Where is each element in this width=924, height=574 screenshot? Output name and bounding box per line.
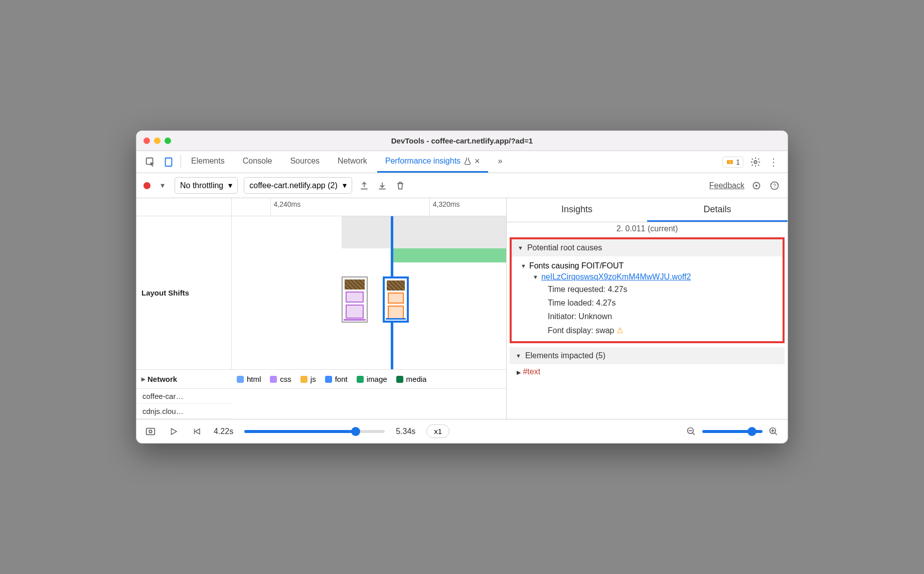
playback-end: 5.34s bbox=[396, 427, 415, 436]
legend-html: html bbox=[237, 375, 261, 383]
row-label: Layout Shifts bbox=[136, 216, 232, 369]
recording-value: coffee-cart.netlify.app (2) bbox=[249, 181, 338, 190]
window-title: DevTools - coffee-cart.netlify.app/?ad=1 bbox=[136, 136, 788, 145]
timeline-body[interactable] bbox=[232, 216, 506, 369]
svg-text:?: ? bbox=[773, 183, 776, 189]
preview-toggle-icon[interactable] bbox=[144, 425, 157, 438]
context-line: 2. 0.011 (current) bbox=[507, 222, 788, 235]
close-tab-icon[interactable]: × bbox=[475, 156, 480, 167]
settings-icon[interactable] bbox=[749, 156, 761, 168]
upload-icon[interactable] bbox=[358, 180, 370, 192]
download-icon[interactable] bbox=[376, 180, 388, 192]
more-menu-icon[interactable]: ⋮ bbox=[767, 156, 780, 168]
playback-speed[interactable]: x1 bbox=[426, 424, 449, 438]
svg-text:!: ! bbox=[729, 160, 730, 164]
highlighted-region: ▼ Potential root causes ▼ Fonts causing … bbox=[510, 237, 785, 343]
time-tick: 4,240ms bbox=[270, 198, 304, 216]
layout-shifts-row: Layout Shifts bbox=[136, 216, 506, 370]
record-dropdown-icon[interactable]: ▾ bbox=[157, 180, 169, 192]
recording-select[interactable]: coffee-cart.netlify.app (2) ▾ bbox=[244, 177, 352, 194]
inspect-element-icon[interactable] bbox=[144, 156, 157, 168]
legend: html css js font image media bbox=[232, 370, 506, 388]
device-toolbar-icon[interactable] bbox=[163, 156, 175, 168]
warning-icon: ! bbox=[726, 158, 734, 166]
timeline-pane: 4,240ms 4,320ms Layout Shifts bbox=[136, 198, 507, 419]
network-legend-row: ▶Network html css js font image media bbox=[136, 370, 506, 389]
issues-badge[interactable]: ! 1 bbox=[722, 157, 743, 168]
help-icon[interactable]: ? bbox=[768, 180, 781, 192]
zoom-in-icon[interactable] bbox=[767, 425, 780, 438]
tab-network[interactable]: Network bbox=[330, 151, 375, 173]
legend-css: css bbox=[270, 375, 291, 383]
fonts-causing-row[interactable]: ▼ Fonts causing FOIT/FOUT bbox=[518, 260, 777, 271]
kv-initiator: Initiator: Unknown bbox=[518, 310, 777, 323]
impacted-element[interactable]: ▶ #text bbox=[507, 364, 788, 379]
devtools-window: DevTools - coffee-cart.netlify.app/?ad=1… bbox=[136, 130, 788, 444]
play-icon[interactable] bbox=[168, 425, 180, 438]
sub-tab-details[interactable]: Details bbox=[647, 198, 788, 222]
layout-shift-thumb-selected[interactable] bbox=[383, 276, 409, 323]
feedback-link[interactable]: Feedback bbox=[709, 181, 744, 190]
svg-point-10 bbox=[149, 430, 152, 433]
chevron-down-icon: ▾ bbox=[228, 181, 232, 190]
chevron-down-icon: ▾ bbox=[343, 181, 347, 190]
playback-start: 4.22s bbox=[214, 427, 233, 436]
maximize-window[interactable] bbox=[165, 137, 171, 144]
playback-footer: 4.22s 5.34s x1 bbox=[136, 419, 788, 443]
font-file-row[interactable]: ▼ neILzCirqoswsqX9zoKmM4MwWJU.woff2 bbox=[518, 271, 777, 282]
kv-font-display: Font display: swap ⚠ bbox=[518, 324, 777, 337]
zoom-controls bbox=[685, 425, 780, 438]
legend-font: font bbox=[325, 375, 348, 383]
details-pane: Insights Details 2. 0.011 (current) ▼ Po… bbox=[507, 198, 788, 419]
tab-sources[interactable]: Sources bbox=[282, 151, 328, 173]
tab-label: Performance insights bbox=[385, 157, 460, 166]
legend-media: media bbox=[396, 375, 427, 383]
timeline-ruler: 4,240ms 4,320ms bbox=[136, 198, 506, 216]
details-sub-tabs: Insights Details bbox=[507, 198, 788, 222]
tab-console[interactable]: Console bbox=[235, 151, 280, 173]
record-button[interactable] bbox=[143, 182, 150, 189]
elements-impacted-header[interactable]: ▼ Elements impacted (5) bbox=[510, 347, 785, 364]
playback-slider[interactable] bbox=[244, 430, 385, 433]
network-item[interactable]: coffee-car… bbox=[136, 389, 232, 404]
rewind-icon[interactable] bbox=[191, 425, 203, 438]
warning-icon: ⚠ bbox=[617, 326, 624, 335]
throttling-value: No throttling bbox=[180, 181, 223, 190]
delete-icon[interactable] bbox=[394, 180, 406, 192]
svg-point-4 bbox=[754, 161, 757, 164]
layout-shift-thumb[interactable] bbox=[342, 276, 368, 323]
legend-js: js bbox=[300, 375, 316, 383]
svg-rect-9 bbox=[146, 428, 155, 435]
network-requests: coffee-car… cdnjs.clou… bbox=[136, 389, 506, 419]
sub-tab-insights[interactable]: Insights bbox=[507, 198, 647, 222]
tab-performance-insights[interactable]: Performance insights × bbox=[377, 151, 488, 173]
kv-time-requested: Time requested: 4.27s bbox=[518, 282, 777, 296]
main-tabs: Elements Console Sources Network Perform… bbox=[136, 151, 788, 173]
flask-icon bbox=[464, 157, 472, 165]
perf-toolbar: ▾ No throttling ▾ coffee-cart.netlify.ap… bbox=[136, 173, 788, 198]
zoom-out-icon[interactable] bbox=[685, 425, 697, 438]
panel-settings-icon[interactable] bbox=[750, 180, 762, 192]
root-causes-header[interactable]: ▼ Potential root causes bbox=[512, 239, 783, 256]
kv-time-loaded: Time loaded: 4.27s bbox=[518, 296, 777, 310]
tab-elements[interactable]: Elements bbox=[183, 151, 233, 173]
time-tick: 4,320ms bbox=[429, 198, 463, 216]
traffic-lights bbox=[143, 137, 171, 144]
legend-image: image bbox=[357, 375, 387, 383]
network-item[interactable]: cdnjs.clou… bbox=[136, 404, 232, 419]
more-tabs[interactable]: » bbox=[490, 151, 511, 173]
font-file-link[interactable]: neILzCirqoswsqX9zoKmM4MwWJU.woff2 bbox=[541, 272, 691, 281]
zoom-slider[interactable] bbox=[702, 430, 762, 433]
network-label[interactable]: ▶Network bbox=[136, 370, 232, 388]
content: 4,240ms 4,320ms Layout Shifts bbox=[136, 198, 788, 419]
svg-rect-1 bbox=[166, 158, 172, 166]
svg-point-6 bbox=[755, 184, 757, 186]
titlebar: DevTools - coffee-cart.netlify.app/?ad=1 bbox=[136, 131, 788, 151]
close-window[interactable] bbox=[143, 137, 150, 144]
minimize-window[interactable] bbox=[154, 137, 161, 144]
issues-count: 1 bbox=[736, 158, 740, 166]
throttling-select[interactable]: No throttling ▾ bbox=[175, 177, 238, 194]
